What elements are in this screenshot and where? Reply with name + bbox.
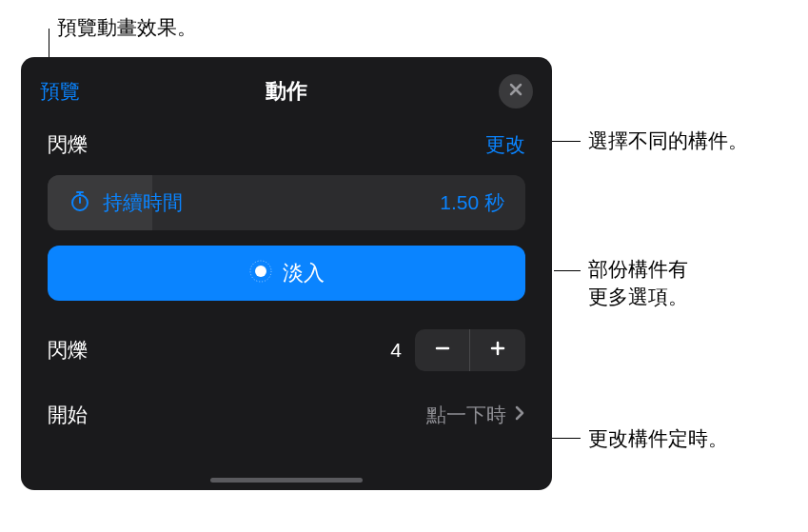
callout-text: 更多選項。 (588, 286, 688, 307)
close-button[interactable] (499, 74, 533, 108)
stepper-increment[interactable] (470, 329, 525, 371)
panel-title: 動作 (266, 77, 307, 106)
blink-count-row: 閃爍 4 (21, 322, 552, 384)
start-row[interactable]: 開始 點一下時 (21, 384, 552, 438)
duration-value: 1.50 秒 (440, 189, 504, 216)
svg-point-1 (255, 266, 266, 277)
duration-label: 持續時間 (103, 189, 440, 216)
blink-count-value: 4 (390, 339, 402, 362)
blink-count-label: 閃爍 (48, 337, 390, 364)
duration-row[interactable]: 持續時間 1.50 秒 (48, 175, 525, 230)
effect-row: 閃爍 更改 (21, 122, 552, 175)
callout-line (554, 270, 581, 271)
fade-in-button[interactable]: 淡入 (48, 246, 525, 301)
start-label: 開始 (48, 402, 426, 428)
panel-header: 預覽 動作 (21, 57, 552, 122)
action-panel: 預覽 動作 閃爍 更改 持續時間 1.50 秒 淡入 閃爍 4 (21, 57, 552, 490)
start-value: 點一下時 (426, 402, 506, 428)
close-icon (508, 82, 523, 101)
chevron-right-icon (514, 404, 525, 425)
change-button[interactable]: 更改 (485, 131, 525, 158)
minus-icon (433, 339, 452, 362)
callout-fade-options: 部份構件有 更多選項。 (588, 255, 688, 311)
callout-timing: 更改構件定時。 (588, 424, 728, 452)
callout-preview: 預覽動畫效果。 (57, 13, 197, 41)
callout-change: 選擇不同的構件。 (588, 127, 748, 154)
plus-icon (488, 339, 507, 362)
home-indicator (210, 478, 363, 483)
callout-text: 部份構件有 (588, 258, 688, 280)
fade-in-icon (248, 259, 273, 287)
stopwatch-icon (69, 189, 91, 216)
blink-count-stepper (415, 329, 525, 371)
stepper-decrement[interactable] (415, 329, 470, 371)
fade-in-label: 淡入 (283, 259, 325, 287)
preview-button[interactable]: 預覽 (40, 78, 80, 105)
effect-name: 閃爍 (48, 131, 88, 158)
